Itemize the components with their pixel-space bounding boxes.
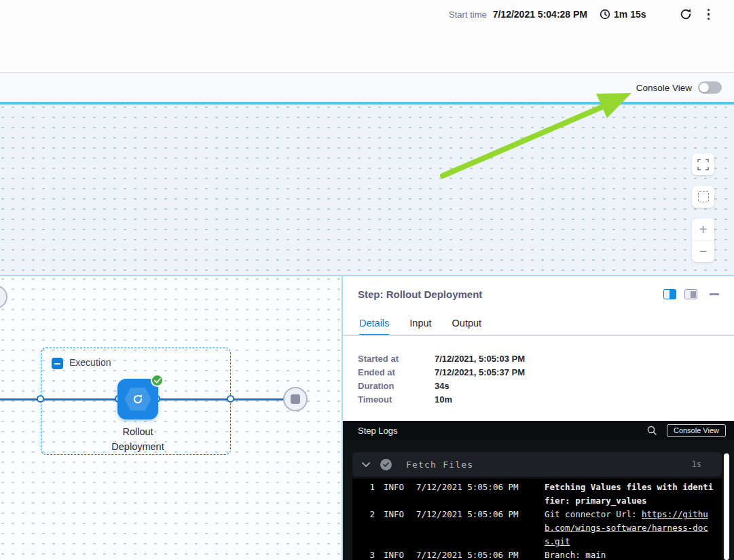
stage-graph-canvas[interactable]: + −	[0, 105, 734, 275]
detail-label: Timeout	[358, 393, 435, 407]
zoom-pill: + −	[692, 219, 714, 262]
rollout-icon	[130, 392, 145, 407]
tab-details[interactable]: Details	[359, 318, 389, 336]
log-message: Fetching Values files with identifier: p…	[545, 481, 714, 508]
execution-group-label: Execution	[69, 357, 111, 368]
step-panel-header: Step: Rollout Deployment	[358, 288, 720, 300]
log-level: INFO	[384, 481, 407, 494]
split-right-icon	[669, 290, 676, 299]
node-label-line2: Deployment	[80, 439, 196, 454]
minus-icon	[54, 363, 60, 365]
step-panel-title: Step: Rollout Deployment	[358, 288, 663, 300]
detail-row-ended: Ended at 7/12/2021, 5:05:37 PM	[358, 366, 525, 379]
log-row: 3 INFO 7/12/2021 5:05:06 PM Branch: main	[352, 548, 722, 560]
detail-row-timeout: Timeout 10m	[358, 393, 525, 407]
elapsed-duration: 1m 15s	[600, 9, 646, 20]
log-section-duration: 1s	[692, 460, 701, 469]
rollout-deployment-node[interactable]	[117, 379, 158, 419]
log-message: Git connector Url: https://github.com/wi…	[545, 508, 714, 548]
step-type-hexagon	[124, 386, 152, 412]
step-details-table: Started at 7/12/2021, 5:05:03 PM Ended a…	[358, 352, 525, 407]
previous-node-partial	[0, 285, 7, 309]
tab-input[interactable]: Input	[409, 318, 431, 336]
log-row: 1 INFO 7/12/2021 5:05:06 PM Fetching Val…	[352, 481, 722, 508]
console-view-toggle-row: Console View	[636, 73, 722, 102]
graph-toolbar: Console View	[0, 73, 734, 102]
logs-console-view-button[interactable]: Console View	[667, 424, 726, 437]
toggle-knob	[699, 83, 709, 92]
log-timestamp: 7/12/2021 5:05:06 PM	[416, 481, 545, 494]
step-logs-section: Step Logs Console View Fetch Files	[343, 421, 734, 560]
log-line-number: 3	[352, 548, 375, 560]
clock-icon	[600, 9, 610, 20]
detail-value: 7/12/2021, 5:05:03 PM	[435, 352, 525, 366]
detail-row-duration: Duration 34s	[358, 379, 525, 393]
kebab-icon	[708, 9, 710, 20]
search-icon	[646, 425, 657, 436]
zoom-in-button[interactable]: +	[692, 219, 714, 240]
console-view-label: Console View	[636, 83, 692, 93]
log-level: INFO	[384, 508, 407, 521]
detail-label: Duration	[358, 379, 435, 393]
elapsed-value: 1m 15s	[614, 9, 646, 20]
log-timestamp: 7/12/2021 5:05:06 PM	[416, 548, 545, 560]
fit-to-screen-button[interactable]	[692, 186, 714, 208]
tab-output[interactable]: Output	[452, 318, 482, 336]
canvas-zoom-controls: + −	[692, 153, 714, 262]
minimize-icon	[710, 293, 719, 295]
logs-body[interactable]: Fetch Files 1s 1 INFO 7/12/2021 5:05:06 …	[343, 440, 734, 560]
pipeline-execution-page: Start time 7/12/2021 5:04:28 PM 1m 15s C…	[0, 0, 734, 560]
chevron-down-icon	[362, 462, 370, 467]
detail-label: Started at	[358, 352, 435, 366]
detail-row-started: Started at 7/12/2021, 5:05:03 PM	[358, 352, 525, 366]
split-right-layout-button[interactable]	[663, 289, 676, 299]
detail-label: Ended at	[358, 366, 435, 379]
log-lines: 1 INFO 7/12/2021 5:05:06 PM Fetching Val…	[352, 479, 722, 560]
node-label-line1: Rollout	[80, 424, 196, 439]
execution-graph-canvas[interactable]: Execution Rollout Deployment	[0, 276, 342, 560]
step-logs-title: Step Logs	[358, 426, 646, 436]
detail-value: 7/12/2021, 5:05:37 PM	[435, 366, 525, 379]
log-line-number: 1	[352, 481, 375, 494]
fullscreen-icon	[697, 159, 709, 170]
start-time-value: 7/12/2021 5:04:28 PM	[493, 9, 587, 20]
log-section-title: Fetch Files	[406, 460, 692, 470]
log-line-number: 2	[352, 508, 375, 521]
zoom-out-button[interactable]: −	[692, 240, 714, 262]
execution-meta-row: Start time 7/12/2021 5:04:28 PM 1m 15s	[449, 5, 714, 24]
detail-value: 34s	[435, 379, 449, 393]
fullscreen-button[interactable]	[692, 153, 714, 175]
step-details-panel: Step: Rollout Deployment Details Input O…	[343, 276, 734, 560]
log-row: 2 INFO 7/12/2021 5:05:06 PM Git connecto…	[352, 508, 722, 548]
start-time-label: Start time	[449, 10, 487, 20]
console-view-toggle[interactable]	[698, 81, 722, 94]
success-badge	[151, 374, 164, 387]
more-options-button[interactable]	[703, 7, 714, 22]
log-scrollbar[interactable]	[724, 453, 729, 560]
fit-to-screen-icon	[698, 191, 709, 202]
split-bottom-icon	[691, 291, 696, 298]
plus-icon: +	[699, 222, 708, 238]
port-group-out	[227, 395, 234, 403]
detail-value: 10m	[435, 393, 452, 407]
log-level: INFO	[384, 548, 407, 560]
step-logs-header: Step Logs Console View	[343, 421, 734, 440]
top-bar: Start time 7/12/2021 5:04:28 PM 1m 15s	[0, 0, 734, 73]
step-panel-tabs: Details Input Output	[359, 318, 481, 336]
minimize-panel-button[interactable]	[708, 289, 720, 299]
collapse-group-button[interactable]	[52, 358, 63, 369]
section-success-icon	[380, 459, 392, 470]
panel-layout-controls	[663, 289, 697, 299]
port-group-in	[37, 395, 44, 403]
stop-node[interactable]	[283, 387, 308, 411]
stop-icon	[291, 394, 300, 404]
log-message: Branch: main	[545, 548, 714, 560]
refresh-icon	[679, 7, 693, 21]
log-message-text: Git connector Url:	[545, 509, 642, 519]
node-label: Rollout Deployment	[80, 424, 196, 454]
log-search-button[interactable]	[646, 425, 657, 436]
split-bottom-layout-button[interactable]	[684, 289, 697, 299]
tabs-divider	[343, 335, 734, 336]
log-section-fetch-files[interactable]: Fetch Files 1s	[352, 452, 722, 477]
refresh-button[interactable]	[678, 6, 694, 22]
